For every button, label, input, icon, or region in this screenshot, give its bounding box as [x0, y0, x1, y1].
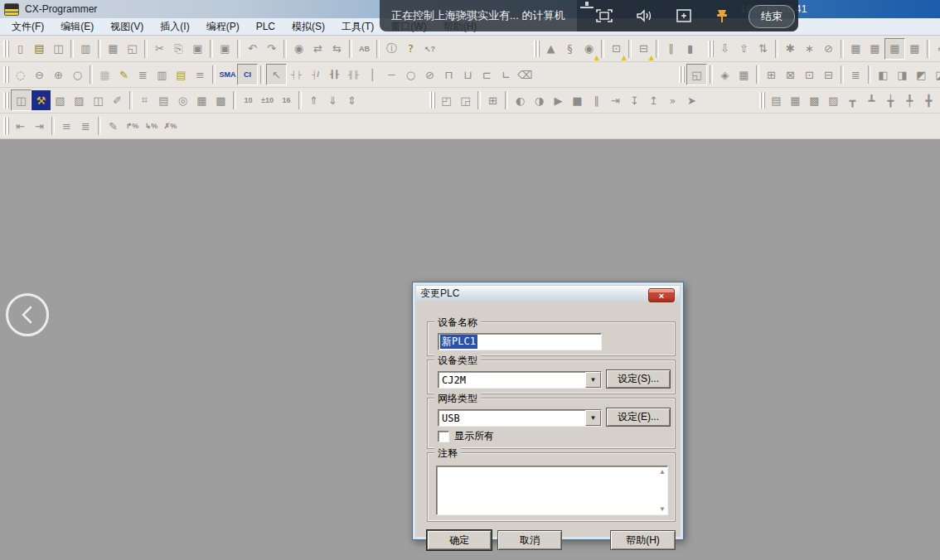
differential-up-icon[interactable]: ┳ [843, 90, 862, 110]
memory-area-2-icon[interactable]: ▦ [786, 90, 805, 110]
redo-icon[interactable]: ↷ [262, 39, 281, 59]
watch-window-icon[interactable]: ◱ [686, 64, 707, 85]
copy-icon[interactable]: ⎘ [169, 39, 188, 59]
monitor-window-4-icon[interactable]: ▦ [905, 39, 924, 59]
overlay-drag-handle-icon[interactable] [580, 2, 594, 8]
rung-list-icon[interactable]: ≡ [57, 116, 76, 136]
fullscreen-icon[interactable] [594, 6, 615, 26]
function-block-icon[interactable]: ⊏ [477, 65, 497, 84]
toolbar-drag-handle[interactable] [3, 66, 9, 83]
zoom-100-icon[interactable]: ○ [68, 65, 87, 84]
force-off-icon[interactable]: ⇓ [323, 90, 342, 110]
end-remote-button[interactable]: 结束 [749, 5, 795, 28]
step-out-icon[interactable]: ↥ [644, 90, 663, 110]
delete-connection-icon[interactable]: ⌫ [516, 65, 535, 84]
restore-layout-icon[interactable]: ◲ [456, 90, 475, 110]
stack-view-icon[interactable]: ◈ [715, 65, 734, 84]
menu-item-edit[interactable]: 编辑(E) [52, 18, 102, 36]
undo-icon[interactable]: ↶ [243, 39, 262, 59]
schedule-view-icon[interactable]: ▦ [734, 65, 753, 84]
transfer-options-icon[interactable]: ⊞ [483, 90, 502, 110]
coil-open-icon[interactable]: ○ [401, 65, 420, 84]
view-split-icon[interactable]: ◫ [89, 90, 108, 110]
watch-icon[interactable]: ◎ [173, 90, 192, 110]
memory-view-icon[interactable]: ▩ [211, 90, 230, 110]
force-cancel-icon[interactable]: ⇕ [342, 90, 361, 110]
help-button[interactable]: 帮助(H) [610, 530, 676, 550]
stop-icon[interactable]: ■ [568, 90, 587, 110]
window-check-icon[interactable]: ◪ [931, 65, 940, 84]
scan-run-icon[interactable]: ➤ [682, 90, 701, 110]
monitor-window-1-icon[interactable]: ▦ [846, 39, 865, 59]
close-icon[interactable]: × [648, 288, 675, 302]
menu-item-program[interactable]: 编程(P) [198, 18, 248, 36]
sma-library-icon[interactable]: SMA [218, 65, 237, 84]
transfer-program-icon[interactable]: ✱ [781, 39, 800, 59]
differential-both-icon[interactable]: ╈ [881, 90, 900, 110]
dialog-titlebar[interactable]: 变更PLC × [416, 286, 680, 302]
rung-comment-icon[interactable]: ≣ [133, 65, 153, 84]
contact-closed-icon[interactable]: ┤/ [306, 65, 325, 84]
continuous-step-icon[interactable]: » [663, 90, 682, 110]
pin-icon[interactable] [711, 6, 733, 26]
menu-item-plc[interactable]: PLC [248, 19, 283, 34]
mode-monitor-icon[interactable]: ◑ [530, 90, 549, 110]
chevron-down-icon[interactable]: ▼ [585, 372, 601, 388]
scroll-down-icon[interactable]: ▼ [659, 505, 666, 513]
transfer-warning-icon[interactable]: ⊟ [634, 39, 653, 59]
ci-instruction-icon[interactable]: CI [237, 64, 258, 85]
new-file-icon[interactable]: ▯ [11, 39, 30, 59]
diff-trace-icon[interactable]: ⌐ [933, 39, 940, 59]
verify-icon[interactable]: ⊘ [819, 39, 838, 59]
step-run-icon[interactable]: ⇥ [606, 90, 625, 110]
cross-reference-icon[interactable]: ⌗ [135, 90, 154, 110]
device-type-settings-button[interactable]: 设定(S)... [606, 369, 671, 389]
open-file-icon[interactable]: ▤ [30, 39, 49, 59]
hex-icon[interactable]: 16 [277, 90, 296, 110]
set-value-icon[interactable]: ✎ [104, 116, 123, 136]
toolbar-drag-handle[interactable] [708, 41, 714, 57]
run-icon[interactable]: ▶ [549, 90, 568, 110]
online-edit-warning-icon[interactable]: ⊡ [607, 39, 626, 59]
show-all-checkbox[interactable] [438, 431, 449, 442]
back-button[interactable] [6, 293, 49, 336]
cut-icon[interactable]: ✂ [150, 39, 169, 59]
change-model-icon[interactable]: AB [355, 39, 374, 59]
local-symbols-icon[interactable]: ≡ [191, 65, 210, 84]
toolbar-drag-handle[interactable] [3, 118, 9, 134]
find-next-icon[interactable]: ⇆ [327, 39, 346, 59]
window-right-icon[interactable]: ◨ [893, 65, 912, 84]
compile-check-icon[interactable]: ▥ [76, 39, 95, 59]
simulator-online-icon[interactable]: § [560, 39, 579, 59]
help-icon[interactable]: ? [401, 39, 420, 59]
grid-icon[interactable]: ▦ [95, 65, 114, 84]
menu-item-view[interactable]: 视图(V) [102, 18, 152, 36]
toolbar-drag-handle[interactable] [429, 92, 435, 109]
network-type-settings-button[interactable]: 设定(E)... [606, 408, 671, 427]
indent-right-icon[interactable]: ⇥ [30, 116, 49, 136]
memory-area-1-icon[interactable]: ▤ [767, 90, 786, 110]
decimal-icon[interactable]: 10 [239, 90, 258, 110]
differential-down-icon[interactable]: ┻ [862, 90, 881, 110]
pause-monitor-icon[interactable]: ‖ [661, 39, 681, 59]
inverted-instruction-icon[interactable]: ⊔ [458, 65, 477, 84]
device-type-combobox[interactable]: CJ2M ▼ [438, 371, 602, 389]
comment-icon[interactable]: ✎ [114, 65, 133, 84]
io-table-icon[interactable]: ▦ [192, 90, 211, 110]
ok-button[interactable]: 确定 [427, 530, 492, 550]
properties-icon[interactable]: ✐ [108, 90, 127, 110]
toolbar-drag-handle[interactable] [534, 41, 540, 57]
differential-clear-icon[interactable]: ╋ [919, 90, 938, 110]
window-top-icon[interactable]: ◩ [912, 65, 931, 84]
menu-item-tools[interactable]: 工具(T) [333, 18, 382, 36]
zoom-fit-icon[interactable]: ◌ [11, 65, 30, 84]
toolbar-drag-handle[interactable] [679, 66, 685, 83]
pause-icon[interactable]: ▮ [681, 39, 700, 59]
contact-down-icon[interactable]: ╢╟ [344, 65, 363, 84]
select-tool-icon[interactable]: ↖ [266, 64, 287, 85]
upload-from-plc-icon[interactable]: ⇧ [734, 39, 753, 59]
compare-with-plc-icon[interactable]: ⇅ [753, 39, 773, 59]
mode-program-icon[interactable]: ◐ [511, 90, 530, 110]
paste-icon[interactable]: ▣ [188, 39, 207, 59]
screen-select-icon[interactable] [673, 6, 695, 26]
